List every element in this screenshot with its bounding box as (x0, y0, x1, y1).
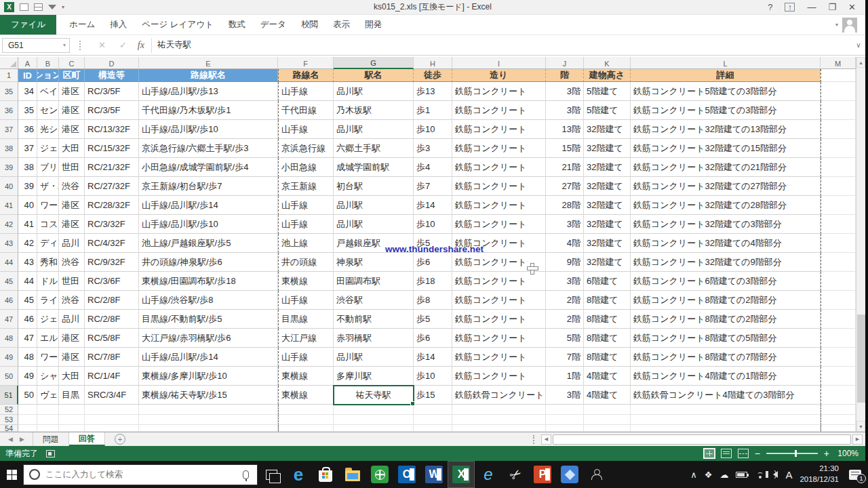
cell-G36[interactable]: 乃木坂駅 (334, 101, 414, 120)
cell-J41[interactable]: 28階 (546, 196, 584, 215)
cell-M46[interactable] (821, 291, 856, 310)
cell-E36[interactable]: 千代田線/乃木坂駅/歩1 (139, 101, 278, 120)
cell-E42[interactable]: 山手線/品川駅/歩10 (139, 215, 278, 234)
store-button[interactable] (312, 461, 339, 488)
cell-K36[interactable]: 5階建て (584, 101, 631, 120)
battery-icon[interactable] (736, 472, 747, 478)
cell-D51[interactable]: SRC/3/4F (85, 386, 139, 405)
cell-L40[interactable]: 鉄筋コンクリート32階建ての27階部分 (631, 177, 821, 196)
cell-K53[interactable] (584, 415, 631, 425)
cell-C41[interactable]: 港区 (59, 196, 85, 215)
snipping-tool-button[interactable]: ✂ (502, 461, 529, 488)
cell-E40[interactable]: 京王新線/初台駅/歩7 (139, 177, 278, 196)
tab-home[interactable]: ホーム (62, 15, 102, 35)
cell-I47[interactable]: 鉄筋コンクリート (452, 310, 546, 329)
cell-G44[interactable]: 神泉駅 (334, 253, 414, 272)
row-header-43[interactable]: 43 (0, 234, 18, 253)
header-cell-L[interactable]: 詳細 (631, 69, 821, 82)
cell-K52[interactable] (584, 405, 631, 415)
zoom-in-icon[interactable]: + (824, 448, 829, 459)
cell-C47[interactable]: 品川 (59, 310, 85, 329)
word-button[interactable]: W (420, 461, 448, 488)
outlook-button[interactable]: O (393, 461, 420, 488)
column-header-B[interactable]: B (37, 57, 59, 69)
search-input[interactable] (45, 470, 237, 479)
cell-C36[interactable]: 港区 (59, 101, 85, 120)
cell-D36[interactable]: RC/3/5F (85, 101, 139, 120)
cell-L44[interactable]: 鉄筋コンクリート32階建ての9階部分 (631, 253, 821, 272)
onedrive-icon[interactable]: ☁ (719, 470, 728, 480)
cell-M43[interactable] (821, 234, 856, 253)
cell-C39[interactable]: 世田 (59, 158, 85, 177)
cell-F50[interactable]: 東横線 (278, 367, 334, 386)
header-cell-K[interactable]: 建物高さ (584, 69, 631, 82)
tab-page-layout[interactable]: ページ レイアウト (134, 15, 221, 35)
cell-L46[interactable]: 鉄筋コンクリート8階建ての2階部分 (631, 291, 821, 310)
cell-A51[interactable]: 50 (18, 386, 37, 405)
cell-H38[interactable]: 歩3 (414, 139, 452, 158)
cell-E44[interactable]: 井の頭線/神泉駅/歩6 (139, 253, 278, 272)
cell-L41[interactable]: 鉄筋コンクリート32階建ての28階部分 (631, 196, 821, 215)
cell-D42[interactable]: RC/3/32F (85, 215, 139, 234)
cell-B37[interactable]: 光シ (37, 120, 59, 139)
cell-D38[interactable]: RC/15/32F (85, 139, 139, 158)
cell-J39[interactable]: 21階 (546, 158, 584, 177)
cell-L52[interactable] (631, 405, 821, 415)
formula-bar-expand-icon[interactable]: ∨ (852, 41, 865, 49)
blue-app-button[interactable] (556, 461, 583, 488)
cell-G51[interactable]: 祐天寺駅 (334, 386, 414, 405)
cell-F39[interactable]: 小田急線 (278, 158, 334, 177)
cell-C40[interactable]: 渋谷 (59, 177, 85, 196)
cell-I41[interactable]: 鉄筋コンクリート (452, 196, 546, 215)
header-cell-A[interactable]: ID (18, 69, 37, 82)
cell-M38[interactable] (821, 139, 856, 158)
normal-view-icon[interactable] (704, 449, 715, 458)
cell-F48[interactable]: 大江戸線 (278, 329, 334, 348)
cell-E41[interactable]: 山手線/品川駅/歩14 (139, 196, 278, 215)
cell-G38[interactable]: 六郷土手駅 (334, 139, 414, 158)
cell-L50[interactable]: 鉄筋コンクリート4階建ての1階部分 (631, 367, 821, 386)
microphone-icon[interactable] (243, 470, 249, 479)
row-header-40[interactable]: 40 (0, 177, 18, 196)
cell-B51[interactable]: ヴェル (37, 386, 59, 405)
file-explorer-button[interactable] (339, 461, 366, 488)
cell-C38[interactable]: 大田 (59, 139, 85, 158)
cell-G47[interactable]: 不動前駅 (334, 310, 414, 329)
cell-F51[interactable]: 東横線 (278, 386, 334, 405)
cell-D37[interactable]: RC/13/32F (85, 120, 139, 139)
close-icon[interactable]: ✕ (848, 2, 856, 12)
cell-I37[interactable]: 鉄筋コンクリート (452, 120, 546, 139)
cell-G54[interactable] (334, 425, 414, 432)
cell-J35[interactable]: 3階 (546, 82, 584, 101)
cell-J49[interactable]: 7階 (546, 348, 584, 367)
cell-G49[interactable]: 品川駅 (334, 348, 414, 367)
cell-M53[interactable] (821, 415, 856, 425)
restore-icon[interactable]: ❐ (828, 2, 836, 12)
cell-K49[interactable]: 8階建て (584, 348, 631, 367)
cell-A46[interactable]: 45 (18, 291, 37, 310)
row-header-49[interactable]: 49 (0, 348, 18, 367)
internet-explorer-button[interactable]: e (475, 461, 502, 488)
cell-A40[interactable]: 39 (18, 177, 37, 196)
cell-L45[interactable]: 鉄筋コンクリート6階建ての3階部分 (631, 272, 821, 291)
cell-H41[interactable]: 歩14 (414, 196, 452, 215)
row-header-48[interactable]: 48 (0, 329, 18, 348)
cell-E52[interactable] (139, 405, 278, 415)
cell-J40[interactable]: 27階 (546, 177, 584, 196)
cell-H37[interactable]: 歩10 (414, 120, 452, 139)
scroll-down-icon[interactable]: ▼ (856, 421, 865, 432)
cell-L42[interactable]: 鉄筋コンクリート32階建ての3階部分 (631, 215, 821, 234)
cell-F47[interactable]: 目黒線 (278, 310, 334, 329)
row-header-47[interactable]: 47 (0, 310, 18, 329)
cell-F35[interactable]: 山手線 (278, 82, 334, 101)
cell-I50[interactable]: 鉄筋コンクリート (452, 367, 546, 386)
cell-D52[interactable] (85, 405, 139, 415)
sheet-tab-kaitou[interactable]: 回答 (69, 432, 105, 446)
cell-M42[interactable] (821, 215, 856, 234)
name-box[interactable]: G51 ▾ (2, 38, 70, 53)
cell-B43[interactable]: ディア (37, 234, 59, 253)
zoom-slider[interactable] (766, 453, 818, 454)
cell-B54[interactable] (37, 425, 59, 432)
cell-B52[interactable] (37, 405, 59, 415)
cell-A37[interactable]: 36 (18, 120, 37, 139)
